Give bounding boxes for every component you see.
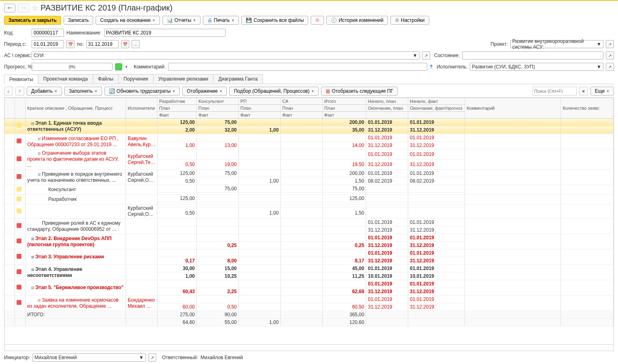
initiator-dropdown[interactable]: Михайлов Евгений▼: [32, 353, 146, 362]
tab-files[interactable]: Файлы: [93, 74, 119, 84]
col-end-plan[interactable]: Окончание, план: [366, 105, 408, 112]
move-down-button[interactable]: ▼: [15, 87, 24, 96]
col-total[interactable]: Итого: [322, 98, 366, 105]
col-description[interactable]: Краткое описание , Обращение, Процесс: [26, 98, 126, 119]
tree-toggle-icon[interactable]: ⊞: [37, 151, 42, 156]
table-row[interactable]: ⊞Этап 3. Управление рисками01.01.201901.…: [4, 249, 614, 257]
row-executors: [126, 265, 158, 280]
project-dropdown[interactable]: Развитие внутрикорпоративной системы АСУ…: [510, 40, 603, 48]
tree-toggle-icon[interactable]: ⊞: [30, 237, 35, 241]
tab-requisites[interactable]: Реквизиты: [4, 75, 38, 84]
table-row[interactable]: ⊟Этап 1. Единая точка ввода ответственны…: [4, 119, 614, 126]
col-comment[interactable]: Комментарий: [465, 98, 561, 119]
tree-toggle-icon[interactable]: ⊞: [30, 268, 35, 272]
tree-toggle-icon[interactable]: ⊞: [30, 255, 35, 260]
state-open-button[interactable]: ↗: [606, 51, 614, 60]
row-status-icon: [17, 209, 21, 213]
executor-dropdown[interactable]: Развитие (СУИ, БДКС, ЗУП)▼: [470, 63, 603, 71]
display-button[interactable]: Отображение▼: [182, 87, 227, 96]
tree-toggle-icon[interactable]: ⊟: [30, 121, 35, 126]
period-extra-button[interactable]: …: [132, 40, 140, 48]
period-to-calendar-button[interactable]: 📅: [121, 40, 129, 48]
grid-body[interactable]: ⊟Этап 1. Единая точка ввода ответственны…: [4, 119, 614, 344]
create-based-on-button[interactable]: Создать на основании▼: [96, 16, 160, 25]
save-and-close-button[interactable]: Записать и закрыть: [4, 16, 61, 25]
show-next-pg-button[interactable]: ▦Отобразить следующие ПГ: [321, 87, 398, 96]
table-row[interactable]: Разработчик125,00125,00: [4, 195, 614, 202]
row-executors: [126, 249, 158, 265]
history-button[interactable]: 🕘История изменений: [326, 16, 388, 25]
col-cons[interactable]: Консультант: [197, 98, 239, 105]
favorite-star-icon[interactable]: ☆: [32, 4, 38, 13]
ac-dropdown[interactable]: СУИ▼: [32, 51, 420, 60]
move-up-button[interactable]: ▲: [4, 87, 13, 96]
col-start-fact[interactable]: Начало, факт: [408, 98, 465, 105]
col-dev[interactable]: Разработчик: [157, 98, 196, 105]
help-icon[interactable]: ?: [430, 64, 433, 70]
table-row[interactable]: ⊟Этап 5. "Бережливое производство"01.01.…: [4, 280, 614, 288]
tree-toggle-icon[interactable]: ⊞: [37, 298, 42, 303]
grid-horizontal-scrollbar[interactable]: [4, 344, 614, 351]
reports-button[interactable]: 📊Отчеты▼: [162, 16, 200, 25]
table-row[interactable]: ⊞Изменение согласование ЕО РП , Обращени…: [4, 134, 614, 142]
responsible-value: Михайлов Евгений: [200, 355, 243, 360]
settings-button[interactable]: ⚙Настройки: [390, 16, 429, 25]
fill-button[interactable]: Заполнить▼: [64, 87, 102, 96]
row-status-icon: [17, 300, 21, 305]
table-row[interactable]: ⊞Ограничение выбора этапов проекта по фа…: [4, 149, 614, 160]
table-row[interactable]: ⊞Этап 4. Управление несоответствиями30,0…: [4, 265, 614, 272]
row-status-icon: [17, 156, 21, 161]
grid-footer-row: ИТОГО: 275,00 90,00 365,00: [4, 311, 614, 319]
status-indicator[interactable]: [115, 63, 122, 70]
col-end-fact[interactable]: Окончание, факт/прогноз: [408, 105, 465, 112]
more-button[interactable]: Еще▼: [590, 87, 614, 96]
tab-release-mgmt[interactable]: Управление релизами: [153, 74, 214, 84]
select-button[interactable]: Подбор (Обращений, Процессов)▼: [229, 87, 319, 96]
table-row[interactable]: ⊞Этап 2. Внедрение DevOps АПП (пилотная …: [4, 234, 614, 242]
tabs: Реквизиты Проектная команда Файлы Поруче…: [4, 74, 614, 84]
save-all-files-button[interactable]: 💾Сохранить все файлы: [241, 16, 308, 25]
grid-search-clear-button[interactable]: ×: [579, 87, 588, 96]
initiator-label: Инициатор:: [4, 355, 30, 360]
table-row[interactable]: Курбатский Сергей,Орло: [4, 204, 614, 207]
refresh-effort-button[interactable]: 🔄Обновить трудозатраты▼: [104, 87, 180, 96]
table-row[interactable]: ⊞Приведение в порядок внутреннего учета …: [4, 170, 614, 177]
col-executors[interactable]: Исполнители: [126, 98, 158, 119]
executor-open-button[interactable]: ↗: [606, 63, 614, 71]
tree-toggle-icon[interactable]: ⊟: [30, 286, 35, 290]
table-row[interactable]: ⊞Заявка на изменение нормочасов из задач…: [4, 296, 614, 303]
row-description: Разработчик: [48, 196, 77, 202]
ac-open-button[interactable]: ↗: [422, 51, 430, 60]
grid-search-input[interactable]: [532, 87, 577, 96]
state-field[interactable]: [462, 51, 603, 60]
tree-toggle-icon[interactable]: ⊞: [37, 137, 42, 141]
print-button[interactable]: 🖨Печать▼: [203, 16, 239, 25]
comment-field[interactable]: [168, 63, 427, 71]
period-from-calendar-button[interactable]: 📅: [66, 40, 75, 48]
project-open-button[interactable]: ↗: [606, 40, 614, 48]
col-start-plan[interactable]: Начало, план: [366, 98, 408, 105]
tab-project-team[interactable]: Проектная команда: [38, 74, 93, 84]
nav-back-button[interactable]: 🡐: [4, 4, 15, 13]
code-field[interactable]: [32, 29, 64, 37]
col-qty[interactable]: Количество заявс: [561, 98, 614, 119]
table-row[interactable]: Приведение ролей в АС к единому стандарт…: [4, 219, 614, 226]
save-button[interactable]: Записать: [64, 16, 93, 25]
tree-icon: ⚙: [315, 17, 320, 23]
tree-button[interactable]: ⚙: [311, 16, 324, 25]
initiator-open-button[interactable]: ↗: [148, 353, 156, 362]
tab-tasks[interactable]: Поручения: [118, 74, 153, 84]
table-row[interactable]: Консультант75,0075,00: [4, 185, 614, 193]
period-to-field[interactable]: [86, 40, 119, 48]
period-from-field[interactable]: [32, 40, 64, 48]
add-button[interactable]: Добавить▼: [27, 87, 62, 96]
name-field[interactable]: [104, 29, 226, 37]
col-rp[interactable]: РП: [239, 98, 281, 105]
col-sa[interactable]: СА: [281, 98, 323, 105]
row-executors: Курбатский Сергей,Тере: [126, 149, 158, 170]
state-label: Состояние:: [434, 53, 460, 58]
tree-toggle-icon[interactable]: ⊞: [37, 172, 42, 177]
tab-gantt[interactable]: Диаграмма Ганта: [213, 74, 263, 84]
row-status-icon: [17, 238, 21, 243]
nav-forward-button[interactable]: 🡒: [18, 4, 29, 13]
